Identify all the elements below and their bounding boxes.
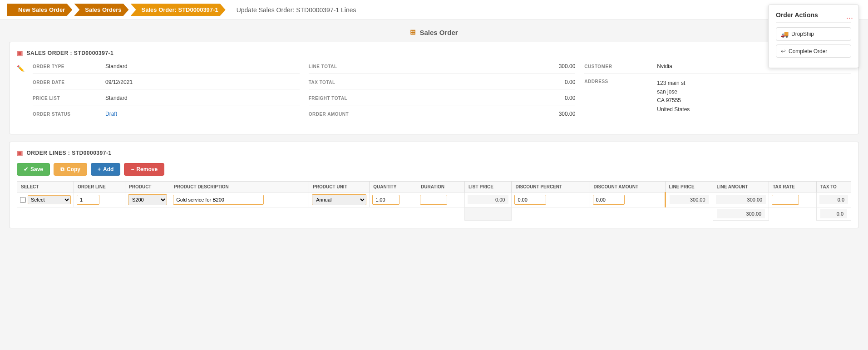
order-lines-card: ▣ ORDER LINES : STD0000397-1 ✔ Save ⧉ Co…: [9, 142, 859, 228]
add-icon: +: [98, 166, 101, 173]
order-date-label: ORDER DATE: [33, 80, 105, 85]
row-duration[interactable]: [417, 192, 465, 207]
breadcrumb-sales-orders[interactable]: Sales Orders: [74, 4, 128, 16]
col-select: SELECT: [17, 182, 74, 192]
line-total-label: LINE TOTAL: [309, 64, 381, 69]
copy-label: Copy: [67, 166, 80, 173]
col-discount-percent: DISCOUNT PERCENT: [512, 182, 590, 192]
col-tax-rate: TAX RATE: [769, 182, 817, 192]
row-tax-rate[interactable]: [769, 192, 817, 207]
row-checkbox[interactable]: [20, 197, 26, 203]
save-button[interactable]: ✔ Save: [17, 163, 50, 176]
copy-button[interactable]: ⧉ Copy: [54, 163, 87, 176]
summary-tax-to-value: 0.0: [820, 209, 847, 218]
row-select-cell[interactable]: Select: [17, 192, 74, 207]
product-select[interactable]: S200: [128, 194, 167, 205]
edit-button[interactable]: ✏️: [17, 65, 25, 72]
complete-order-button[interactable]: ↩ Complete Order: [776, 44, 851, 58]
sales-order-title: Sales Order: [419, 29, 458, 36]
col-tax-to: TAX TO: [817, 182, 851, 192]
tax-total-value: 0.00: [381, 79, 576, 85]
more-dots-button[interactable]: ...: [846, 11, 853, 21]
page-content: ⊞ Sales Order ▣ SALES ORDER : STD0000397…: [0, 20, 868, 240]
row-discount-percent[interactable]: [512, 192, 590, 207]
order-lines-table-wrapper: SELECT ORDER LINE PRODUCT PRODUCT DESCRI…: [17, 181, 851, 221]
row-discount-amount[interactable]: [590, 192, 665, 207]
order-status-value: Draft: [105, 111, 300, 117]
col-product: PRODUCT: [125, 182, 170, 192]
sales-order-card: ▣ SALES ORDER : STD0000397-1 ✏️ ORDER TY…: [9, 42, 859, 134]
dropship-label: DropShip: [791, 31, 814, 37]
row-line-amount: 300.00: [713, 192, 769, 207]
address-value: 123 main st san jose CA 97555 United Sta…: [657, 79, 851, 114]
tax-total-label: TAX TOTAL: [309, 80, 381, 85]
row-line-price: 300.00: [665, 192, 713, 207]
dropship-button[interactable]: 🚚 DropShip: [776, 27, 851, 41]
discount-amount-input[interactable]: [593, 195, 625, 205]
save-label: Save: [30, 166, 43, 173]
truck-icon: 🚚: [781, 30, 789, 38]
address-line1: 123 main st: [657, 80, 685, 86]
order-info-col: ORDER TYPE Standard ORDER DATE 09/12/202…: [33, 63, 300, 127]
copy-icon: ⧉: [60, 166, 64, 173]
row-product-unit[interactable]: Annual: [309, 192, 370, 207]
col-line-amount: LINE AMOUNT: [713, 182, 769, 192]
col-product-unit: PRODUCT UNIT: [309, 182, 370, 192]
order-status-label: ORDER STATUS: [33, 112, 105, 117]
order-date-value: 09/12/2021: [105, 79, 300, 85]
line-amount-value: 300.00: [716, 195, 766, 204]
quantity-input[interactable]: [372, 195, 399, 205]
order-actions-title: Order Actions: [776, 11, 851, 23]
summary-line-amount: 300.00: [713, 207, 769, 221]
row-quantity[interactable]: [370, 192, 417, 207]
save-icon: ✔: [24, 166, 28, 173]
sales-order-card-title: SALES ORDER : STD0000397-1: [27, 50, 114, 56]
row-list-price: 0.00: [464, 192, 511, 207]
complete-icon: ↩: [781, 48, 786, 54]
row-select-dropdown[interactable]: Select: [28, 195, 71, 204]
col-line-price: LINE PRICE: [665, 182, 713, 192]
list-price-value: 0.00: [468, 195, 508, 204]
customer-label: CUSTOMER: [584, 64, 657, 69]
discount-percent-input[interactable]: [514, 195, 546, 205]
line-price-value: 300.00: [670, 195, 709, 204]
tax-to-value: 0.0: [819, 195, 848, 204]
product-desc-input[interactable]: [173, 195, 264, 205]
breadcrumb-new-sales-order[interactable]: New Sales Order: [7, 4, 72, 16]
add-label: Add: [103, 166, 113, 173]
order-type-label: ORDER TYPE: [33, 64, 105, 69]
order-date-row: ORDER DATE 09/12/2021: [33, 79, 300, 89]
order-amount-row: ORDER AMOUNT 300.00: [309, 111, 576, 121]
address-line3: CA 97555: [657, 97, 681, 104]
remove-button[interactable]: − Remove: [124, 163, 164, 176]
col-duration: DURATION: [417, 182, 465, 192]
order-line-input[interactable]: [77, 195, 99, 205]
add-button[interactable]: + Add: [91, 163, 120, 176]
product-unit-select[interactable]: Annual: [312, 194, 366, 205]
tax-rate-input[interactable]: [772, 195, 799, 205]
breadcrumb-current-order[interactable]: Sales Order: STD0000397-1: [131, 4, 226, 16]
address-line4: United States: [657, 106, 690, 113]
grid-icon: ⊞: [410, 28, 416, 36]
order-amount-label: ORDER AMOUNT: [309, 112, 381, 117]
row-order-line[interactable]: [74, 192, 125, 207]
remove-label: Remove: [136, 166, 158, 173]
order-lines-header: ▣ ORDER LINES : STD0000397-1: [17, 149, 851, 157]
summary-tax-to: 0.0: [817, 207, 851, 221]
totals-col: LINE TOTAL 300.00 TAX TOTAL 0.00 FREIGHT…: [309, 63, 576, 127]
order-type-row: ORDER TYPE Standard: [33, 63, 300, 74]
order-lines-icon: ▣: [17, 149, 23, 157]
sales-order-header: ▣ SALES ORDER : STD0000397-1: [17, 49, 851, 57]
line-total-row: LINE TOTAL 300.00: [309, 63, 576, 74]
duration-input[interactable]: [420, 195, 447, 205]
row-product-desc[interactable]: [170, 192, 309, 207]
row-product[interactable]: S200: [125, 192, 170, 207]
address-label: ADDRESS: [584, 79, 657, 114]
order-amount-value: 300.00: [381, 111, 576, 117]
line-total-value: 300.00: [381, 63, 576, 69]
freight-total-value: 0.00: [381, 95, 576, 101]
col-discount-amount: DISCOUNT AMOUNT: [590, 182, 665, 192]
table-row: Select S200: [17, 192, 851, 207]
order-actions-panel: Order Actions ... 🚚 DropShip ↩ Complete …: [768, 5, 859, 68]
col-order-line: ORDER LINE: [74, 182, 125, 192]
